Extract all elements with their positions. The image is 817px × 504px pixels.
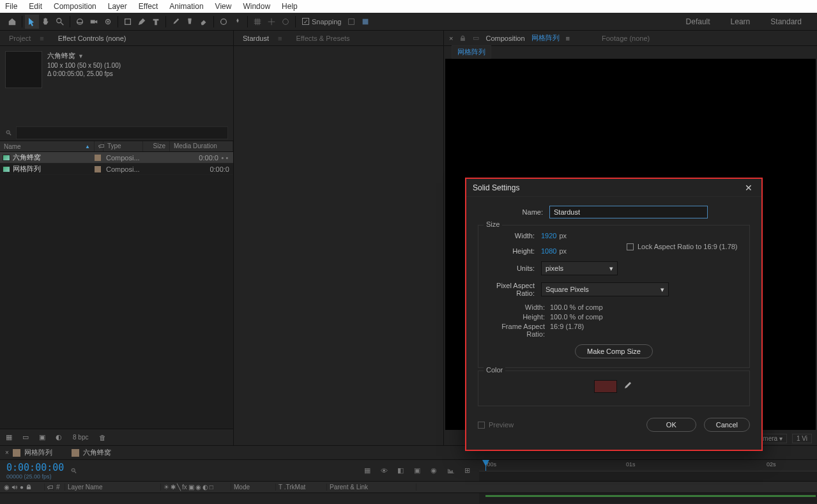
frame-blend-icon[interactable]: ▣ [411, 465, 423, 477]
hand-tool-icon[interactable] [39, 15, 53, 29]
current-timecode[interactable]: 0:00:00:00 [6, 462, 64, 473]
list-item[interactable]: 六角蜂窝 Composi... 0:00:0 ⚬⚬ [0, 152, 233, 164]
playhead[interactable] [485, 460, 486, 471]
preview-checkbox[interactable]: Preview [478, 421, 514, 429]
selection-tool-icon[interactable] [25, 15, 39, 29]
timeline-tab[interactable]: × 网格阵列 [5, 448, 52, 457]
shy-icon[interactable]: 👁︎ [378, 465, 390, 477]
menu-file[interactable]: File [5, 2, 17, 11]
label-col-icon[interactable]: 🏷︎ [45, 484, 54, 491]
switch-icon[interactable]: ◐ [202, 484, 208, 491]
col-label-icon[interactable]: 🏷︎ [95, 141, 103, 151]
menu-window[interactable]: Window [243, 2, 270, 11]
menu-edit[interactable]: Edit [29, 2, 42, 11]
tab-effects-presets[interactable]: Effects & Presets [292, 33, 353, 43]
work-area-bar[interactable] [485, 495, 816, 497]
eraser-tool-icon[interactable] [197, 15, 211, 29]
solid-name-input[interactable] [549, 206, 708, 218]
panel-menu-icon[interactable]: ≡ [40, 34, 43, 42]
interpret-icon[interactable]: ▦ [4, 432, 14, 443]
local-tool-icon[interactable] [279, 15, 293, 29]
label-swatch[interactable] [95, 155, 101, 161]
menu-animation[interactable]: Animation [169, 2, 203, 11]
col-parent[interactable]: Parent & Link [327, 484, 416, 491]
par-dropdown[interactable]: Square Pixels▾ [541, 282, 669, 296]
grid-tool-icon[interactable] [250, 15, 264, 29]
orbit-tool-icon[interactable] [73, 15, 87, 29]
puppet-tool-icon[interactable] [231, 15, 245, 29]
lock-aspect-checkbox[interactable]: Lock Aspect Ratio to 16:9 (1.78) [627, 243, 738, 250]
axis-tool-icon[interactable] [264, 15, 279, 29]
panel-menu-icon[interactable]: ≡ [566, 34, 570, 42]
switch-icon[interactable]: ◉ [195, 484, 201, 491]
dropdown-icon[interactable]: ▼ [78, 53, 84, 59]
roto-tool-icon[interactable] [217, 15, 231, 29]
search-icon[interactable]: 🔍︎ [70, 467, 77, 475]
lock-icon[interactable]: 🔒︎ [459, 34, 466, 42]
timeline-tab[interactable]: 六角蜂窝 [72, 448, 111, 457]
tab-stardust[interactable]: Stardust [239, 33, 273, 43]
timeline-track-area[interactable] [0, 493, 817, 503]
graph-icon[interactable]: 📊︎ [445, 465, 456, 477]
comp-thumbnail[interactable] [5, 51, 42, 88]
comp-create-icon[interactable]: ▣ [37, 432, 47, 443]
col-mode[interactable]: Mode [231, 484, 276, 491]
brainstorm-icon[interactable]: ⊞ [461, 465, 473, 477]
snapping-toggle[interactable]: ✓ Snapping [302, 18, 342, 26]
menu-layer[interactable]: Layer [108, 2, 127, 11]
col-type[interactable]: Type [103, 141, 143, 151]
cancel-button[interactable]: Cancel [704, 418, 750, 432]
pan-behind-tool-icon[interactable] [101, 15, 115, 29]
workspace-standard[interactable]: Standard [760, 15, 812, 29]
brush-tool-icon[interactable] [169, 15, 183, 29]
make-comp-size-button[interactable]: Make Comp Size [575, 344, 653, 358]
project-search-input[interactable] [16, 126, 228, 139]
switch-icon[interactable]: fx [182, 484, 187, 491]
switch-icon[interactable]: □ [210, 484, 213, 491]
timeline-ruler[interactable]: :00s 01s 02s [479, 460, 817, 471]
snap-collapse-icon[interactable] [358, 15, 372, 29]
draft3d-icon[interactable]: ◧ [395, 465, 406, 477]
switch-icon[interactable]: ✱ [171, 484, 176, 491]
eyedropper-icon[interactable] [622, 381, 634, 392]
audio-col-icon[interactable]: 🔊︎ [11, 484, 18, 491]
trash-icon[interactable]: 🗑︎ [97, 432, 107, 443]
col-name[interactable]: Name [4, 143, 21, 150]
tab-effect-controls[interactable]: Effect Controls (none) [54, 33, 130, 43]
tab-footage[interactable]: Footage (none) [602, 34, 650, 42]
height-value[interactable]: 1080 [541, 247, 556, 255]
pen-tool-icon[interactable] [135, 15, 149, 29]
color-swatch[interactable] [594, 380, 617, 393]
lock-col-icon[interactable]: 🔒︎ [26, 484, 32, 491]
units-dropdown[interactable]: pixels▾ [541, 261, 618, 275]
menu-effect[interactable]: Effect [139, 2, 158, 11]
width-value[interactable]: 1920 [541, 232, 556, 240]
menu-composition[interactable]: Composition [54, 2, 96, 11]
close-icon[interactable]: × [449, 34, 453, 42]
menu-view[interactable]: View [215, 2, 232, 11]
close-icon[interactable]: × [5, 449, 9, 456]
snap-edge-icon[interactable] [344, 15, 358, 29]
workspace-learn[interactable]: Learn [721, 15, 761, 29]
comp-tab-name[interactable]: 网格阵列 [531, 33, 560, 43]
col-layer-name[interactable]: Layer Name [65, 484, 161, 491]
text-tool-icon[interactable] [149, 15, 163, 29]
folder-icon[interactable]: ▭ [20, 432, 31, 443]
list-item[interactable]: 网格阵列 Composi... 0:00:0 [0, 164, 233, 175]
adjust-icon[interactable]: ◐ [54, 432, 64, 443]
motion-blur-icon[interactable]: ◉ [428, 465, 439, 477]
rect-tool-icon[interactable] [121, 15, 135, 29]
ok-button[interactable]: OK [646, 418, 696, 432]
zoom-tool-icon[interactable] [53, 15, 67, 29]
col-size[interactable]: Size [143, 141, 170, 151]
view-count-dropdown[interactable]: 1 Vi [792, 434, 812, 443]
comp-mini-icon[interactable]: ▦ [362, 465, 373, 477]
bpc-toggle[interactable]: 8 bpc [70, 434, 91, 441]
close-icon[interactable]: ✕ [742, 183, 755, 193]
solo-col-icon[interactable]: ● [20, 484, 24, 491]
tab-project[interactable]: Project [5, 33, 34, 43]
workspace-default[interactable]: Default [676, 15, 721, 29]
switch-icon[interactable]: ▣ [188, 484, 194, 491]
col-duration[interactable]: Media Duration [170, 141, 233, 151]
home-icon[interactable] [5, 15, 19, 29]
